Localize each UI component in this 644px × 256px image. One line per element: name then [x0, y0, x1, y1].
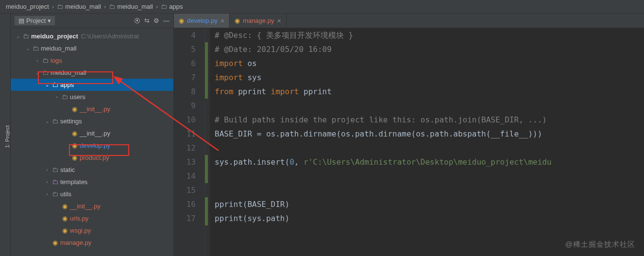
tree-item-templates[interactable]: 🗀 templates [11, 176, 173, 188]
python-file-icon: ◉ [235, 17, 240, 24]
project-tree[interactable]: 🗀 meiduo_project C:\Users\Administrat 🗀 … [11, 28, 173, 256]
breadcrumb-sep: › [104, 3, 106, 10]
folder-icon: 🗀 [109, 3, 115, 10]
python-file-icon: ◉ [70, 142, 79, 149]
tree-root[interactable]: 🗀 meiduo_project C:\Users\Administrat [11, 30, 173, 42]
python-file-icon: ◉ [60, 203, 69, 210]
tab-develop[interactable]: ◉ develop.py × [174, 14, 230, 28]
python-file-icon: ◉ [60, 227, 69, 234]
folder-icon: 🗀 [21, 33, 30, 40]
project-title: Project [26, 17, 46, 24]
python-file-icon: ◉ [179, 17, 184, 24]
tool-window-strip: 1: Project 0: Commit [0, 14, 11, 256]
tree-item-wsgi[interactable]: ◉ wsgi.py [11, 224, 173, 237]
project-toolwindow: ▤ Project ▾ ⦿ ⇆ ⚙ — 🗀 meiduo_project C:\… [11, 14, 174, 256]
select-opened-file-icon[interactable]: ⦿ [134, 17, 140, 24]
project-view-selector[interactable]: ▤ Project ▾ [15, 16, 55, 25]
tree-item-users[interactable]: 🗀 users [11, 91, 173, 103]
tree-item-meiduo-mall-inner[interactable]: 🗀 meiduo_mall [11, 67, 173, 79]
project-header: ▤ Project ▾ ⦿ ⇆ ⚙ — [11, 14, 173, 28]
breadcrumb-sep: › [156, 3, 158, 10]
python-file-icon: ◉ [51, 239, 59, 246]
folder-icon: 🗀 [57, 3, 63, 10]
close-icon[interactable]: × [277, 17, 281, 25]
chevron-down-icon: ▾ [48, 17, 51, 24]
code-area[interactable]: 456 789 101112 131415 1617 # @Desc: { 美多… [174, 28, 644, 256]
tab-manage[interactable]: ◉ manage.py × [230, 14, 287, 28]
python-file-icon: ◉ [70, 130, 79, 137]
folder-icon: 🗀 [41, 57, 50, 64]
tree-item-urls[interactable]: ◉ urls.py [11, 212, 173, 224]
breadcrumb-item[interactable]: meiduo_project [6, 3, 49, 10]
tree-item-init-settings[interactable]: ◉ __init__.py [11, 127, 173, 139]
code-content[interactable]: # @Desc: { 美多项目开发环境模块 } # @Date: 2021/05… [210, 28, 644, 256]
tab-label: manage.py [243, 17, 274, 24]
gear-icon[interactable]: ⚙ [153, 17, 159, 24]
close-icon[interactable]: × [220, 17, 224, 25]
breadcrumb-sep: › [52, 3, 54, 10]
folder-icon: 🗀 [31, 45, 40, 52]
tree-item-utils[interactable]: 🗀 utils [11, 188, 173, 200]
breadcrumb: meiduo_project › 🗀meiduo_mall › 🗀meiduo_… [0, 0, 644, 14]
python-file-icon: ◉ [70, 105, 79, 113]
python-file-icon: ◉ [60, 215, 69, 222]
tab-label: develop.py [187, 17, 218, 24]
breadcrumb-item[interactable]: 🗀meiduo_mall [109, 3, 153, 10]
breadcrumb-item[interactable]: 🗀meiduo_mall [57, 3, 101, 10]
watermark: @稀土掘金技术社区 [565, 240, 635, 249]
tree-item-manage[interactable]: ◉ manage.py [11, 237, 173, 249]
change-marker-stripe [205, 28, 210, 256]
folder-icon: 🗀 [41, 69, 50, 76]
tree-item-init-apps[interactable]: ◉ __init__.py [11, 103, 173, 115]
folder-icon: 🗀 [60, 93, 69, 101]
tree-item-meiduo-mall[interactable]: 🗀 meiduo_mall [11, 42, 173, 54]
breadcrumb-item[interactable]: 🗀apps [161, 3, 183, 10]
tree-item-settings[interactable]: 🗀 settings [11, 115, 173, 127]
toolwindow-project-tab[interactable]: 1: Project [4, 125, 10, 148]
project-icon: ▤ [18, 17, 24, 24]
expand-all-icon[interactable]: ⇆ [144, 17, 150, 24]
line-gutter: 456 789 101112 131415 1617 [174, 28, 205, 256]
tree-item-static[interactable]: 🗀 static [11, 164, 173, 176]
folder-icon: 🗀 [51, 166, 59, 173]
folder-icon: 🗀 [161, 3, 167, 10]
hide-icon[interactable]: — [163, 17, 169, 24]
tree-item-develop[interactable]: ◉ develop.py [11, 139, 173, 152]
tree-item-product[interactable]: ◉ product.py [11, 152, 173, 164]
tree-item-apps[interactable]: 🗀 apps [11, 79, 173, 91]
tree-item-init-mall[interactable]: ◉ __init__.py [11, 200, 173, 212]
folder-icon: 🗀 [51, 81, 59, 88]
tree-item-logs[interactable]: 🗀 logs [11, 54, 173, 67]
folder-icon: 🗀 [51, 118, 59, 125]
folder-icon: 🗀 [51, 190, 59, 198]
python-file-icon: ◉ [70, 154, 79, 161]
folder-icon: 🗀 [51, 178, 59, 186]
editor-tabs: ◉ develop.py × ◉ manage.py × [174, 14, 644, 28]
editor: ◉ develop.py × ◉ manage.py × 456 789 101… [174, 14, 644, 256]
